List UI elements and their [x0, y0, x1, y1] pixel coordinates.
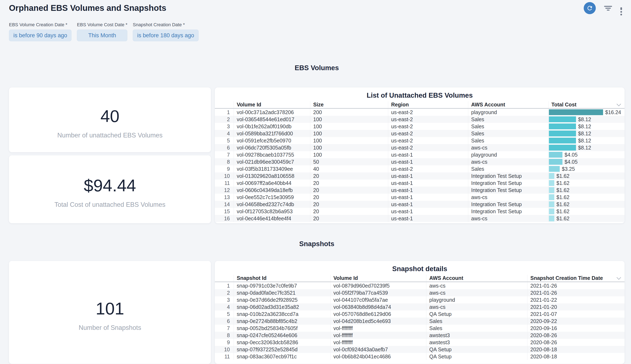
filter-button[interactable] — [604, 2, 612, 14]
cell-volume-id: vol-0ee552c7c15e30959 — [234, 194, 310, 201]
refresh-button[interactable] — [584, 2, 596, 14]
row-number: 4 — [215, 130, 234, 137]
cell-volume-id: vol-ffffffff — [330, 332, 426, 339]
cost-bar — [549, 138, 576, 144]
cost-bar — [549, 130, 576, 136]
cell-volume-id: vol-063840b8d98d4da74 — [330, 304, 426, 310]
snapshot-count-value: 101 — [96, 298, 124, 318]
cell-region: us-east-2 — [388, 130, 468, 137]
row-number: 11 — [215, 353, 234, 360]
cell-region: us-east-2 — [388, 109, 468, 116]
column-header[interactable]: Total Cost — [548, 101, 624, 108]
cell-volume-id: vol-013029620a8106558 — [234, 172, 310, 180]
table-row: 9snap-0ecc32063dcb58286vol-ffffffffawste… — [215, 339, 624, 346]
cell-aws-account: aws-cs — [426, 289, 527, 296]
column-header[interactable]: Region — [388, 101, 468, 108]
row-number: 15 — [215, 208, 234, 215]
cell-region: us-east-1 — [388, 201, 468, 208]
cell-total-cost: $8.12 — [548, 123, 624, 130]
cost-bar — [549, 187, 554, 193]
row-number: 10 — [215, 346, 234, 353]
cost-value-label: $1.62 — [556, 215, 569, 222]
card-unattached-count: 40 Number of unattached EBS Volumes — [9, 88, 211, 152]
cell-snapshot-creation-date: 2021-01-22 — [527, 296, 624, 304]
table-row: 7vol-09278bcaeb1037755100us-east-1playgr… — [215, 151, 624, 158]
cell-snapshot-id: snap-010b22a36238ccd7a — [234, 310, 330, 318]
row-number: 7 — [215, 151, 234, 158]
row-number: 2 — [215, 116, 234, 123]
column-header[interactable]: Size — [310, 101, 388, 108]
cost-bar — [549, 124, 576, 129]
snapshots-table-header: Snapshot IdVolume IdAWS AccountSnapshot … — [215, 275, 624, 282]
table-row: 5vol-0591efce2fb5e0970100us-east-2Sales$… — [215, 137, 624, 144]
cell-aws-account: aws-cs — [468, 144, 548, 151]
cell-size: 100 — [310, 144, 388, 151]
cell-volume-id: vol-0ec446e414bfee4f4 — [234, 215, 310, 222]
cell-region: us-east-1 — [388, 215, 468, 222]
row-number: 9 — [215, 339, 234, 346]
cost-value-label: $8.12 — [578, 123, 591, 130]
column-header[interactable]: Snapshot Id — [234, 275, 330, 282]
column-header[interactable]: Snapshot Creation Time Date — [527, 275, 624, 282]
cell-volume-id: vol-0591efce2fb5e0970 — [234, 137, 310, 144]
cell-snapshot-id: snap-0dad0fa0ec7fc3521 — [234, 289, 330, 296]
table-header-gutter — [215, 101, 234, 108]
cell-volume-id: vol-021db96ee300459c7 — [234, 158, 310, 165]
row-number: 6 — [215, 144, 234, 151]
filter-chip[interactable]: This Month — [77, 30, 127, 41]
table-header-gutter — [215, 275, 234, 282]
cell-snapshot-creation-date: 2020-08-26 — [527, 339, 624, 346]
table-row: 8vol-021db96ee300459c750us-east-1aws-cs$… — [215, 158, 624, 165]
cost-value-label: $1.62 — [556, 194, 569, 201]
table-row: 14vol-04658bed2327c74db20us-east-1Integr… — [215, 201, 624, 208]
cell-total-cost: $8.12 — [548, 130, 624, 137]
cell-volume-id: vol-0879d960ed70239f5 — [330, 282, 426, 289]
cell-total-cost: $8.12 — [548, 144, 624, 151]
cell-aws-account: Sales — [426, 325, 527, 332]
cell-snapshot-creation-date: 2020-09-16 — [527, 325, 624, 332]
cell-size: 100 — [310, 130, 388, 137]
table-row: 11vol-00697ff2a6e40bb4420us-east-1Integr… — [215, 180, 624, 186]
cell-snapshot-id: snap-07f9372252e52845d — [234, 346, 330, 353]
row-number: 3 — [215, 296, 234, 304]
table-row: 11snap-083ac3607ecb97f1cvol-0b6b824b041e… — [215, 353, 624, 360]
column-header[interactable]: Volume Id — [234, 101, 310, 108]
cell-aws-account: QA Setup — [426, 310, 527, 318]
cell-snapshot-creation-date: 2021-01-20 — [527, 304, 624, 310]
cell-volume-id: vol-00697ff2a6e40bb44 — [234, 180, 310, 186]
cell-aws-account: aws-cs — [426, 282, 527, 289]
filter-label: EBS Volume Cost Date * — [77, 22, 127, 28]
cost-value-label: $1.62 — [556, 186, 569, 194]
cell-snapshot-creation-date: 2020-09-22 — [527, 318, 624, 325]
cell-total-cost: $1.62 — [548, 180, 624, 186]
cell-volume-id: vol-05f2f79ba77ca4539 — [330, 289, 426, 296]
refresh-icon — [586, 5, 593, 12]
dashboard-header: Orphaned EBS Volumes and Snapshots — [9, 0, 624, 16]
cell-aws-account: Integration Test Setup — [468, 208, 548, 215]
cell-snapshot-id: snap-083ac3607ecb97f1c — [234, 353, 330, 360]
filter-chip[interactable]: is before 90 days ago — [9, 30, 72, 41]
cell-aws-account: aws-cs — [468, 194, 548, 201]
cell-volume-id: vol-036548544e61ed017 — [234, 116, 310, 123]
column-header[interactable]: AWS Account — [468, 101, 548, 108]
cell-size: 20 — [310, 208, 388, 215]
column-header[interactable]: AWS Account — [426, 275, 527, 282]
column-header[interactable]: Volume Id — [330, 275, 426, 282]
total-cost-value: $94.44 — [84, 176, 136, 196]
snapshots-row: 101 Number of Snapshots Snapshot details… — [9, 261, 624, 364]
filter-group: EBS Volume Cost Date *This Month — [77, 22, 127, 41]
dashboard-page: Orphaned EBS Volumes and Snapshots EBS V… — [0, 0, 631, 364]
table-row: 1vol-00c371a2adc378206200us-east-2playgr… — [215, 109, 624, 116]
row-number: 14 — [215, 201, 234, 208]
menu-button[interactable] — [620, 2, 622, 14]
cell-region: us-east-2 — [388, 144, 468, 151]
cell-size: 200 — [310, 109, 388, 116]
table-row: 12vol-0606c04349da18efb20us-east-1Integr… — [215, 186, 624, 194]
card-snapshot-count: 101 Number of Snapshots — [9, 261, 211, 364]
cell-aws-account: playground — [468, 109, 548, 116]
cell-size: 100 — [310, 151, 388, 158]
cell-volume-id: vol-06dc720f5305a05fb — [234, 144, 310, 151]
filter-chip[interactable]: is before 180 days ago — [133, 30, 198, 41]
cost-value-label: $8.12 — [578, 137, 591, 144]
cell-snapshot-creation-date: 2020-08-18 — [527, 346, 624, 353]
